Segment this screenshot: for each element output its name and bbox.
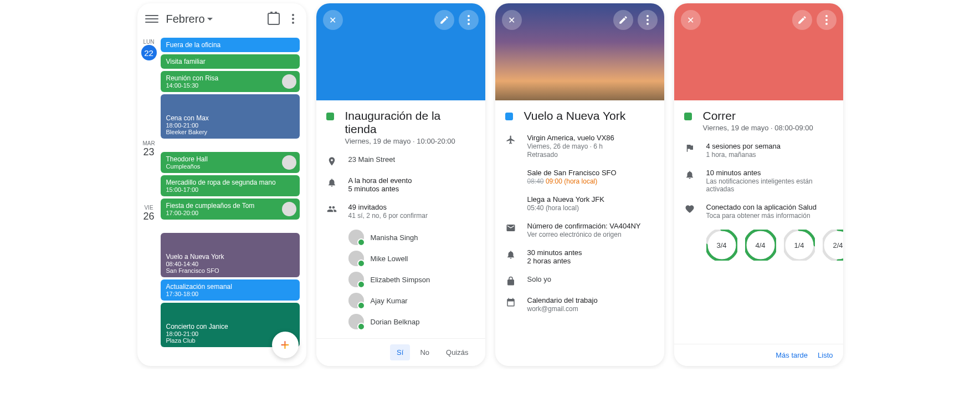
mail-icon bbox=[506, 223, 516, 233]
heart-icon bbox=[685, 204, 695, 214]
location-icon bbox=[327, 156, 337, 166]
month-selector[interactable]: Febrero bbox=[166, 13, 260, 26]
bell-icon bbox=[327, 177, 337, 187]
event-hero: ✕ bbox=[495, 3, 664, 100]
date-header[interactable]: VIE26 bbox=[137, 205, 161, 222]
event-block[interactable]: Vuelo a Nueva York08:40-14:40San Francis… bbox=[161, 233, 300, 277]
avatar bbox=[348, 251, 364, 266]
rsvp-bar: Sí No Quizás bbox=[316, 338, 485, 366]
calendar-color-icon bbox=[684, 113, 692, 120]
avatar bbox=[282, 155, 296, 170]
close-icon[interactable]: ✕ bbox=[502, 10, 522, 30]
later-button[interactable]: Más tarde bbox=[776, 351, 808, 359]
guest-row[interactable]: Mike Lowell bbox=[326, 251, 475, 266]
people-icon bbox=[327, 204, 337, 214]
event-block[interactable]: Visita familiar bbox=[161, 54, 300, 69]
bell-icon bbox=[506, 250, 516, 260]
phone-event-store: ✕ Inauguración de la tiendaViernes, 19 d… bbox=[316, 3, 485, 366]
progress-rings: 3/44/41/42/4 bbox=[684, 230, 833, 261]
calendar-icon bbox=[506, 297, 516, 307]
progress-ring: 4/4 bbox=[745, 230, 776, 261]
phone-calendar-list: Febrero LUN22MAR23VIE26 Fuera de la ofic… bbox=[137, 3, 306, 366]
today-icon[interactable] bbox=[268, 13, 280, 25]
event-title: Correr bbox=[703, 109, 813, 123]
event-block[interactable]: Reunión con Risa14:00-15:30 bbox=[161, 71, 300, 92]
avatar bbox=[348, 293, 364, 308]
bell-icon bbox=[685, 170, 695, 180]
event-time: Viernes, 19 de mayo · 08:00-09:00 bbox=[703, 124, 813, 132]
rsvp-no[interactable]: No bbox=[413, 344, 436, 360]
schedule-body: LUN22MAR23VIE26 Fuera de la oficinaVisit… bbox=[137, 34, 306, 366]
rsvp-yes[interactable]: Sí bbox=[390, 344, 410, 360]
create-fab[interactable]: + bbox=[272, 332, 299, 358]
calendar-color-icon bbox=[326, 113, 334, 120]
date-header[interactable]: LUN22 bbox=[137, 39, 161, 60]
phone-event-goal: ✕ CorrerViernes, 19 de mayo · 08:00-09:0… bbox=[674, 3, 843, 366]
event-hero: ✕ bbox=[674, 3, 843, 100]
done-button[interactable]: Listo bbox=[818, 351, 833, 359]
event-block[interactable]: Mercadillo de ropa de segunda mano15:00-… bbox=[161, 175, 300, 196]
avatar bbox=[282, 202, 296, 216]
avatar bbox=[348, 230, 364, 245]
overflow-icon[interactable] bbox=[817, 10, 837, 30]
rsvp-maybe[interactable]: Quizás bbox=[439, 344, 475, 360]
guest-row[interactable]: Elizabeth Simpson bbox=[326, 272, 475, 287]
svg-point-6 bbox=[823, 230, 843, 261]
guest-row[interactable]: Dorian Belknap bbox=[326, 314, 475, 329]
progress-ring: 2/4 bbox=[823, 230, 843, 261]
phone-event-flight: ✕ Vuelo a Nueva York Virgin America, vue… bbox=[495, 3, 664, 366]
lock-icon bbox=[506, 276, 516, 286]
view-source-email[interactable]: Ver correo electrónico de origen bbox=[527, 231, 654, 238]
event-hero: ✕ bbox=[316, 3, 485, 100]
event-title: Vuelo a Nueva York bbox=[524, 109, 626, 123]
event-block[interactable]: Fiesta de cumpleaños de Tom17:00-20:00 bbox=[161, 199, 300, 220]
progress-ring: 3/4 bbox=[706, 230, 737, 261]
guest-row[interactable]: Ajay Kumar bbox=[326, 293, 475, 308]
avatar bbox=[348, 272, 364, 287]
chevron-down-icon bbox=[207, 18, 213, 21]
close-icon[interactable]: ✕ bbox=[681, 10, 701, 30]
header: Febrero bbox=[137, 3, 306, 34]
plane-icon bbox=[506, 135, 516, 145]
overflow-icon[interactable] bbox=[638, 10, 658, 30]
location[interactable]: 23 Main Street bbox=[348, 155, 475, 166]
overflow-icon[interactable] bbox=[459, 10, 479, 30]
event-time: Viernes, 19 de mayo · 10:00-20:00 bbox=[345, 137, 475, 145]
menu-icon[interactable] bbox=[145, 12, 158, 26]
goal-actions: Más tarde Listo bbox=[674, 344, 843, 366]
calendar-color-icon bbox=[505, 113, 513, 120]
event-title: Inauguración de la tienda bbox=[345, 109, 475, 136]
event-block[interactable]: Fuera de la oficina bbox=[161, 38, 300, 52]
edit-icon[interactable] bbox=[792, 10, 812, 30]
event-block[interactable]: Cena con Max18:00-21:00Bleeker Bakery bbox=[161, 94, 300, 139]
avatar bbox=[282, 74, 296, 89]
avatar bbox=[348, 314, 364, 329]
edit-icon[interactable] bbox=[434, 10, 454, 30]
edit-icon[interactable] bbox=[613, 10, 633, 30]
progress-ring: 1/4 bbox=[784, 230, 815, 261]
guest-row[interactable]: Manisha Singh bbox=[326, 230, 475, 245]
overflow-icon[interactable] bbox=[288, 13, 299, 24]
event-block[interactable]: Actualización semanal17:30-18:00 bbox=[161, 279, 300, 301]
flag-icon bbox=[685, 143, 695, 153]
date-header[interactable]: MAR23 bbox=[137, 140, 161, 158]
close-icon[interactable]: ✕ bbox=[323, 10, 343, 30]
event-block[interactable]: Theodore HallCumpleaños bbox=[161, 152, 300, 173]
svg-point-3 bbox=[745, 230, 776, 261]
